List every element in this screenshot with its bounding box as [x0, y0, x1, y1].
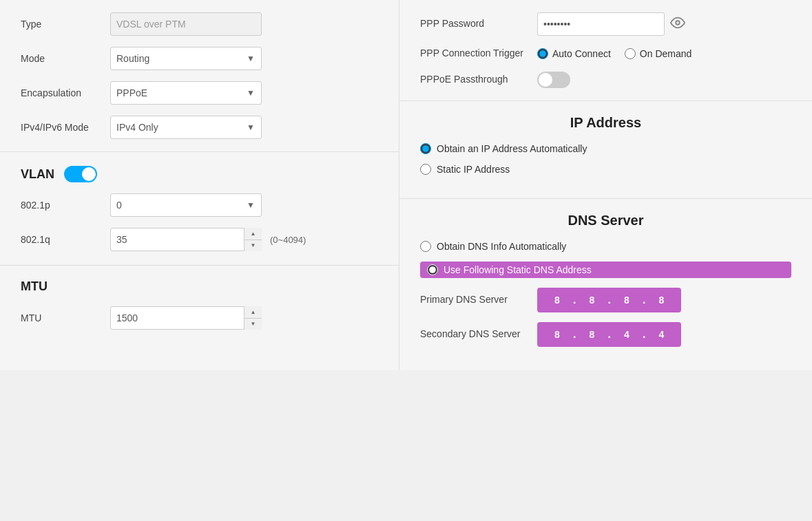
8021q-spin-up[interactable]: ▲: [244, 228, 262, 240]
pppoe-passthrough-toggle[interactable]: [537, 72, 570, 88]
obtain-dns-auto-option[interactable]: Obtain DNS Info Automatically: [420, 241, 791, 252]
secondary-dns-octet-1[interactable]: [544, 325, 570, 344]
pppoe-passthrough-slider: [537, 72, 570, 88]
ppp-trigger-row: PPP Connection Trigger Auto Connect On D…: [420, 47, 791, 61]
ppp-trigger-radio-group: Auto Connect On Demand: [537, 48, 691, 59]
mtu-spin-down[interactable]: ▼: [244, 319, 262, 330]
mtu-title: MTU: [21, 279, 48, 294]
encapsulation-select-wrapper[interactable]: PPPoE ▼: [110, 81, 262, 105]
8021p-label: 802.1p: [21, 200, 110, 211]
vlan-toggle-slider: [64, 166, 97, 182]
primary-dns-input-group: . . .: [537, 288, 681, 312]
vlan-toggle[interactable]: [64, 166, 97, 182]
primary-dns-octet-2[interactable]: [579, 290, 605, 310]
mtu-row: MTU ▲ ▼: [21, 306, 378, 330]
static-ip-option[interactable]: Static IP Address: [420, 164, 791, 175]
ppp-password-label: PPP Password: [420, 17, 537, 31]
primary-dns-octet-1[interactable]: [544, 290, 570, 310]
mode-label: Mode: [21, 53, 110, 64]
mtu-input[interactable]: [110, 306, 262, 330]
auto-connect-option[interactable]: Auto Connect: [537, 48, 611, 59]
mode-select-wrapper[interactable]: Routing ▼: [110, 47, 262, 70]
primary-dns-dot-1: .: [573, 294, 576, 306]
8021p-row: 802.1p 0 ▼: [21, 193, 378, 217]
static-dns-label: Use Following Static DNS Address: [444, 264, 592, 275]
type-input: [110, 12, 262, 36]
static-ip-radio[interactable]: [420, 164, 431, 175]
mtu-spin-buttons: ▲ ▼: [244, 306, 262, 330]
on-demand-radio[interactable]: [625, 48, 636, 59]
secondary-dns-octet-4[interactable]: [648, 325, 674, 344]
on-demand-label: On Demand: [640, 48, 691, 59]
pppoe-passthrough-label: PPPoE Passthrough: [420, 73, 537, 87]
ipv46-select[interactable]: IPv4 Only: [110, 116, 262, 139]
ip-address-title: IP Address: [420, 115, 791, 131]
8021q-row: 802.1q ▲ ▼ (0~4094): [21, 228, 378, 251]
ppp-password-input[interactable]: [537, 12, 665, 36]
primary-dns-octet-3[interactable]: [614, 290, 640, 310]
mtu-section: MTU MTU ▲ ▼: [0, 265, 399, 343]
mtu-spin-up[interactable]: ▲: [244, 306, 262, 319]
static-ip-label: Static IP Address: [437, 164, 510, 175]
secondary-dns-row: Secondary DNS Server . . .: [420, 322, 791, 347]
primary-dns-octet-4[interactable]: [648, 290, 674, 310]
ipv46-select-wrapper[interactable]: IPv4 Only ▼: [110, 116, 262, 139]
obtain-auto-option[interactable]: Obtain an IP Address Automatically: [420, 143, 791, 154]
right-top-section: PPP Password PPP Connection Trigger Auto…: [399, 0, 812, 101]
secondary-dns-input-group: . . .: [537, 322, 681, 347]
primary-dns-dot-3: .: [643, 294, 645, 306]
obtain-dns-auto-radio[interactable]: [420, 241, 431, 252]
8021q-spin-down[interactable]: ▼: [244, 240, 262, 252]
8021q-input-wrapper: ▲ ▼: [110, 228, 262, 251]
secondary-dns-dot-2: .: [607, 328, 610, 341]
dns-server-title: DNS Server: [420, 213, 791, 228]
ipv46-label: IPv4/IPv6 Mode: [21, 121, 110, 134]
pppoe-passthrough-row: PPPoE Passthrough: [420, 72, 791, 88]
primary-dns-row: Primary DNS Server . . .: [420, 288, 791, 312]
vlan-header: VLAN: [21, 166, 378, 182]
secondary-dns-octet-3[interactable]: [614, 325, 640, 344]
ip-address-section: IP Address Obtain an IP Address Automati…: [399, 101, 812, 199]
8021q-spin-buttons: ▲ ▼: [244, 228, 262, 251]
mtu-label: MTU: [21, 312, 110, 323]
secondary-dns-dot-1: .: [573, 328, 576, 341]
auto-connect-label: Auto Connect: [552, 48, 611, 59]
secondary-dns-label: Secondary DNS Server: [420, 328, 537, 341]
primary-dns-label: Primary DNS Server: [420, 293, 537, 307]
on-demand-option[interactable]: On Demand: [625, 48, 691, 59]
8021q-input[interactable]: [110, 228, 262, 251]
mode-row: Mode Routing ▼: [21, 47, 378, 70]
8021q-hint: (0~4094): [270, 235, 306, 245]
primary-dns-dot-2: .: [607, 294, 610, 306]
8021q-label: 802.1q: [21, 234, 110, 245]
static-dns-option[interactable]: Use Following Static DNS Address: [420, 262, 791, 278]
secondary-dns-octet-2[interactable]: [579, 325, 605, 344]
static-dns-radio[interactable]: [427, 264, 438, 275]
8021p-select-wrapper[interactable]: 0 ▼: [110, 193, 262, 217]
ppp-password-row: PPP Password: [420, 12, 791, 36]
svg-point-0: [676, 21, 680, 25]
mode-select[interactable]: Routing: [110, 47, 262, 70]
auto-connect-radio[interactable]: [537, 48, 548, 59]
encapsulation-select[interactable]: PPPoE: [110, 81, 262, 105]
obtain-auto-radio[interactable]: [420, 143, 431, 154]
mtu-header: MTU: [21, 279, 378, 294]
8021p-select[interactable]: 0: [110, 193, 262, 217]
type-input-wrapper: [110, 12, 262, 36]
encapsulation-row: Encapsulation PPPoE ▼: [21, 81, 378, 105]
type-row: Type: [21, 12, 378, 36]
mtu-input-wrapper: ▲ ▼: [110, 306, 262, 330]
type-label: Type: [21, 19, 110, 30]
encapsulation-label: Encapsulation: [21, 87, 110, 98]
dns-server-section: DNS Server Obtain DNS Info Automatically…: [399, 199, 812, 370]
obtain-dns-auto-label: Obtain DNS Info Automatically: [437, 241, 566, 252]
ipv46-row: IPv4/IPv6 Mode IPv4 Only ▼: [21, 116, 378, 139]
vlan-title: VLAN: [21, 167, 54, 182]
ppp-trigger-label: PPP Connection Trigger: [420, 47, 537, 61]
secondary-dns-dot-3: .: [643, 328, 645, 341]
obtain-auto-label: Obtain an IP Address Automatically: [437, 143, 587, 154]
show-password-icon[interactable]: [670, 15, 685, 34]
vlan-section: VLAN 802.1p 0 ▼ 802.1q: [0, 152, 399, 265]
